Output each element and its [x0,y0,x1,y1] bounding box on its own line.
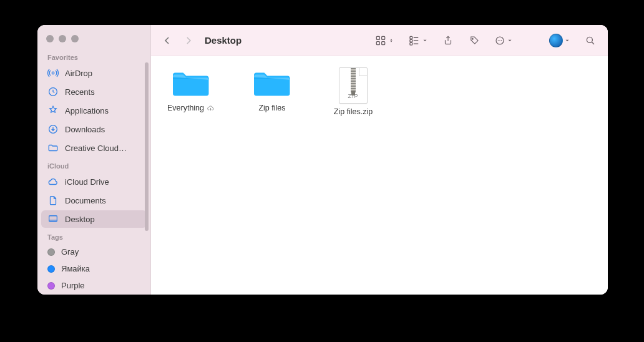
location-title: Desktop [205,35,242,46]
main-pane: Desktop [151,25,608,295]
sidebar-scrollbar[interactable] [145,62,149,231]
tag-color-dot [47,282,55,290]
view-mode-button[interactable] [372,32,397,49]
svg-rect-7 [382,41,385,44]
sidebar-item-icloud-drive[interactable]: iCloud Drive [41,173,147,190]
svg-rect-6 [376,41,379,44]
sidebar-item-label: Desktop [65,215,95,224]
svg-point-15 [501,40,502,41]
sidebar-item-label: Applications [65,106,109,115]
sidebar-item-label: Downloads [65,125,105,134]
sidebar-item-documents[interactable]: Documents [41,192,147,209]
folder-icon [47,142,59,154]
tag-color-dot [47,248,55,256]
svg-rect-10 [410,42,412,45]
account-button[interactable] [547,32,573,49]
sidebar-item-label: Purple [61,281,85,290]
cloud-download-icon [207,104,215,112]
window-controls [37,25,150,49]
toolbar: Desktop [151,25,608,56]
item-label: Zip files [258,104,285,112]
sidebar-tag-purple[interactable]: Purple [41,278,147,293]
forward-button[interactable] [181,33,196,48]
file-item-zip-archive[interactable]: ZIP Zip files.zip [323,67,383,116]
back-button[interactable] [160,33,175,48]
svg-point-0 [52,72,54,74]
clock-icon [47,86,59,97]
folder-icon [170,67,212,100]
applications-icon [47,105,59,116]
zip-file-icon: ZIP [339,67,368,104]
svg-point-13 [498,40,499,41]
sidebar-item-label: Creative Cloud… [65,144,127,153]
sidebar-item-downloads[interactable]: Downloads [41,120,147,138]
svg-rect-5 [382,36,385,39]
avatar-icon [549,34,563,47]
action-menu-button[interactable] [492,32,515,49]
zoom-window-button[interactable] [71,35,79,42]
svg-rect-4 [376,36,379,39]
sidebar-section-title: Tags [37,228,150,243]
airdrop-icon [47,67,59,79]
folder-item-everything[interactable]: Everything [161,67,221,112]
sidebar-item-applications[interactable]: Applications [41,102,147,119]
share-button[interactable] [439,32,457,49]
close-window-button[interactable] [46,35,54,42]
tag-color-dot [47,265,55,273]
svg-rect-8 [410,36,412,39]
sidebar-item-label: Documents [65,196,106,205]
document-icon [47,195,59,206]
sidebar-item-creative-cloud[interactable]: Creative Cloud… [41,139,147,157]
file-grid[interactable]: Everything Zip files [151,56,608,295]
sidebar-item-airdrop[interactable]: AirDrop [41,64,147,82]
sidebar-section-title: iCloud [37,157,150,172]
sidebar-item-label: AirDrop [65,69,92,78]
sidebar-item-label: Ямайка [61,264,90,273]
sidebar-tag-blue[interactable]: Ямайка [41,261,147,276]
folder-item-zip-files[interactable]: Zip files [242,67,302,112]
svg-point-11 [472,38,473,39]
finder-window: Favorites AirDrop Recents Applications D… [37,25,608,295]
sidebar-item-recents[interactable]: Recents [41,83,147,100]
item-label: Everything [167,104,215,112]
minimize-window-button[interactable] [59,35,66,42]
group-by-button[interactable] [406,32,431,49]
download-icon [47,124,59,135]
svg-rect-9 [410,39,412,42]
desktop-icon [47,213,59,225]
sidebar-item-label: Gray [61,247,79,256]
svg-point-14 [499,40,500,41]
sidebar-tag-gray[interactable]: Gray [41,244,147,260]
tags-button[interactable] [466,32,483,49]
toolbar-actions [372,32,599,49]
sidebar-section-title: Favorites [37,49,150,64]
cloud-icon [47,176,59,187]
sidebar-item-label: Recents [65,87,95,97]
search-button[interactable] [582,32,599,49]
sidebar-item-desktop[interactable]: Desktop [41,210,147,228]
folder-icon [251,67,293,100]
sidebar-item-label: iCloud Drive [65,177,109,187]
item-label: Zip files.zip [334,107,373,116]
svg-point-16 [587,37,592,42]
sidebar: Favorites AirDrop Recents Applications D… [37,25,151,295]
